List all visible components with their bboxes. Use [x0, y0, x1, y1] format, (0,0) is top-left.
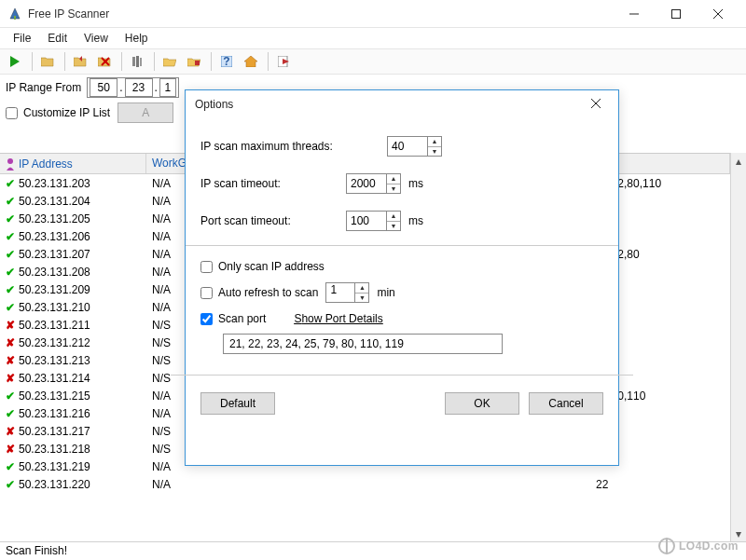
cell-ip: ✔50.23.131.204	[0, 195, 146, 208]
options-dialog: Options IP scan maximum threads: ▲▼ IP s…	[185, 89, 619, 466]
check-icon: ✔	[6, 460, 15, 473]
play-icon[interactable]	[4, 51, 26, 72]
ok-button[interactable]: OK	[445, 392, 519, 415]
max-threads-spinner[interactable]: ▲▼	[387, 136, 442, 157]
cancel-button[interactable]: Cancel	[529, 392, 603, 415]
cross-icon: ✘	[6, 443, 15, 456]
auto-refresh-checkbox[interactable]: Auto refresh to scan	[200, 286, 318, 299]
check-icon: ✔	[6, 248, 15, 261]
svg-rect-9	[140, 58, 142, 66]
svg-rect-7	[132, 57, 135, 66]
check-icon: ✔	[6, 478, 15, 491]
dialog-title: Options	[195, 98, 583, 111]
check-icon: ✔	[6, 283, 15, 296]
cell-ip: ✔50.23.131.208	[0, 266, 146, 279]
cell-ip: ✘50.23.131.218	[0, 443, 146, 456]
ip-range-label: IP Range From	[6, 81, 81, 94]
default-button[interactable]: Default	[200, 392, 275, 415]
cross-icon: ✘	[6, 319, 15, 332]
svg-point-14	[7, 158, 13, 164]
auto-refresh-input[interactable]	[326, 283, 354, 295]
port-timeout-label: Port scan timeout:	[200, 214, 338, 227]
toolbar: ?	[0, 48, 746, 75]
ip-oct3[interactable]	[159, 78, 176, 97]
window-title: Free IP Scanner	[28, 7, 613, 20]
cross-icon: ✘	[6, 372, 15, 385]
check-icon: ✔	[6, 407, 15, 420]
only-scan-ip-checkbox[interactable]: Only scan IP address	[200, 253, 603, 280]
cell-ip: ✔50.23.131.210	[0, 301, 146, 314]
check-icon: ✔	[6, 301, 15, 314]
max-threads-input[interactable]	[388, 137, 427, 156]
scan-port-checkbox[interactable]: Scan port	[200, 312, 266, 325]
ip-oct2[interactable]	[125, 78, 153, 97]
cell-ip: ✔50.23.131.220	[0, 478, 146, 491]
menu-file[interactable]: File	[6, 30, 38, 47]
cross-icon: ✘	[6, 425, 15, 438]
svg-rect-0	[14, 16, 16, 20]
maximize-button[interactable]	[655, 1, 697, 27]
person-icon	[6, 157, 15, 171]
menu-help[interactable]: Help	[117, 30, 156, 47]
spin-down-icon[interactable]: ▼	[428, 147, 441, 157]
exit-icon[interactable]	[272, 51, 295, 72]
min-label: min	[377, 286, 394, 299]
delete-file-icon[interactable]	[93, 51, 116, 72]
max-threads-label: IP scan maximum threads:	[200, 140, 338, 153]
scroll-up-icon[interactable]: ▴	[731, 153, 746, 169]
folder-open-icon[interactable]	[159, 51, 181, 72]
show-port-details-link[interactable]: Show Port Details	[294, 312, 382, 325]
vertical-scrollbar[interactable]: ▴ ▾	[730, 153, 746, 541]
home-icon[interactable]	[240, 51, 262, 72]
status-bar: Scan Finish!	[0, 541, 746, 560]
ip-timeout-spinner[interactable]: ▲▼	[346, 173, 401, 194]
check-icon: ✔	[6, 389, 15, 403]
check-icon: ✔	[6, 212, 15, 225]
open-icon[interactable]	[36, 51, 59, 72]
auto-refresh-spinner[interactable]: ▲▼	[325, 282, 369, 303]
ports-input[interactable]	[223, 334, 503, 354]
check-icon: ✔	[6, 177, 15, 190]
check-icon: ✔	[6, 195, 15, 208]
check-icon: ✔	[6, 266, 15, 279]
port-timeout-spinner[interactable]: ▲▼	[346, 211, 401, 231]
menu-view[interactable]: View	[76, 30, 116, 47]
table-row[interactable]: ✔50.23.131.220N/A22	[0, 475, 730, 493]
cell-ip: ✘50.23.131.217	[0, 425, 146, 438]
check-icon: ✔	[6, 230, 15, 243]
cell-port: 22	[590, 478, 730, 491]
cell-workgroup: N/A	[146, 478, 210, 491]
minimize-button[interactable]	[613, 1, 655, 27]
globe-icon	[658, 538, 675, 554]
port-timeout-input[interactable]	[347, 212, 386, 230]
ms-label: ms	[408, 177, 423, 190]
col-ip[interactable]: IP Address	[0, 154, 146, 173]
menu-edit[interactable]: Edit	[40, 30, 75, 47]
cell-ip: ✔50.23.131.207	[0, 248, 146, 261]
spin-up-icon[interactable]: ▲	[428, 137, 441, 147]
close-button[interactable]	[697, 1, 739, 27]
lock-folder-icon[interactable]	[183, 51, 205, 72]
save-as-icon[interactable]	[69, 51, 91, 72]
svg-rect-8	[136, 56, 139, 67]
ip-from-input[interactable]: . .	[87, 77, 179, 98]
ip-oct1[interactable]	[90, 78, 117, 97]
cell-ip: ✘50.23.131.214	[0, 372, 146, 385]
watermark: LO4D.com	[658, 538, 739, 554]
cell-ip: ✔50.23.131.203	[0, 177, 146, 190]
titlebar: Free IP Scanner	[0, 0, 746, 28]
ip-timeout-label: IP scan timeout:	[200, 177, 338, 190]
cell-ip: ✘50.23.131.213	[0, 354, 146, 367]
customize-button[interactable]: A	[117, 102, 173, 123]
svg-rect-2	[671, 9, 680, 18]
app-icon	[7, 7, 22, 21]
tools-icon[interactable]	[126, 51, 148, 72]
cell-ip: ✔50.23.131.206	[0, 230, 146, 243]
dialog-close-button[interactable]	[583, 98, 609, 111]
customize-ip-checkbox[interactable]: Customize IP List	[6, 100, 110, 126]
help-icon[interactable]: ?	[215, 51, 238, 72]
menu-bar: File Edit View Help	[0, 28, 746, 48]
svg-text:?: ?	[223, 56, 229, 67]
ip-timeout-input[interactable]	[347, 174, 386, 193]
cell-ip: ✘50.23.131.212	[0, 336, 146, 349]
